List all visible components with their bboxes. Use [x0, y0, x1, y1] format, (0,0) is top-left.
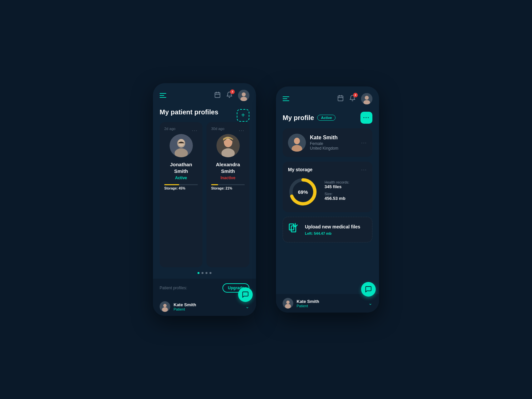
upload-title: Upload new medical files [305, 224, 367, 230]
storage-label-jonathan: Storage: 45% [164, 187, 198, 190]
storage-label-alexandra: Storage: 21% [211, 187, 245, 190]
upload-left: Left: 544.47 mb [305, 231, 367, 235]
card-avatar-jonathan [170, 134, 193, 157]
profile-more-btn[interactable]: ··· [361, 140, 367, 145]
bottom-name-left: Kate Smith [174, 302, 196, 307]
profile-name: Kate Smith [310, 135, 357, 141]
health-records-value: 345 files [325, 184, 367, 189]
patient-cards-row: 2d ago ··· Jonathan Smith Active [160, 122, 249, 267]
svg-point-16 [162, 307, 168, 312]
active-badge: Active [317, 115, 335, 121]
storage-header: My storage ··· [288, 167, 367, 172]
patient-profiles-label: Patient profiles: [160, 286, 187, 290]
upload-icon [288, 222, 300, 237]
right-header: 2 [283, 93, 372, 104]
health-records-stat: Health records: 345 files [325, 180, 367, 189]
bottom-user-info-left: Kate Smith Patient [160, 301, 196, 312]
svg-point-25 [294, 138, 300, 144]
storage-donut: 69% [288, 177, 318, 207]
storage-body: 69% Health records: 345 files Size: 456.… [288, 177, 367, 207]
notification-badge-right: 2 [353, 93, 358, 97]
chevron-down-icon-left[interactable]: ⌄ [245, 304, 249, 309]
card-more-jonathan[interactable]: ··· [192, 128, 198, 133]
bottom-role-left: Patient [174, 307, 196, 311]
card-name-jonathan: Jonathan Smith [164, 161, 198, 174]
svg-point-22 [365, 96, 369, 100]
upload-info: Upload new medical files Left: 544.47 mb [305, 224, 367, 235]
card-avatar-alexandra [216, 134, 240, 157]
dot-1[interactable] [198, 272, 200, 274]
patient-card-alexandra: 30d ago ··· Alexandra Smith Inacti [206, 122, 249, 267]
section-title: My profile [283, 114, 314, 122]
calendar-icon[interactable] [214, 91, 221, 100]
storage-stats: Health records: 345 files Size: 456.53 m… [325, 180, 367, 203]
bell-icon[interactable]: 2 [226, 91, 233, 100]
fab-chat-right[interactable] [361, 282, 376, 297]
section-title-row: My profile Active ··· [283, 112, 372, 124]
page-title-row: My patient profiles + [160, 108, 249, 122]
storage-more-btn[interactable]: ··· [361, 167, 367, 172]
profile-info: Kate Smith Female United Kingdom [310, 135, 357, 151]
patient-card-jonathan: 2d ago ··· Jonathan Smith Active [160, 122, 202, 267]
svg-point-32 [286, 301, 290, 304]
card-more-alexandra[interactable]: ··· [239, 128, 245, 133]
user-avatar[interactable] [238, 90, 249, 101]
svg-point-5 [242, 92, 246, 96]
storage-percentage: 69% [298, 189, 308, 195]
size-label: Size: [325, 192, 367, 196]
scene: 2 My patient profiles + [153, 83, 379, 316]
left-header: 2 [160, 90, 249, 101]
storage-title: My storage [288, 167, 313, 172]
bottom-user-bar-right: Kate Smith Patient ⌄ [276, 294, 379, 313]
bottom-user-text-left: Kate Smith Patient [174, 302, 196, 311]
card-status-alexandra: Inactive [211, 176, 245, 180]
profile-gender: Female [310, 141, 357, 146]
add-profile-button[interactable]: + [237, 109, 249, 122]
svg-point-15 [163, 304, 167, 307]
bottom-avatar-right [283, 298, 293, 309]
card-status-jonathan: Active [164, 176, 198, 180]
size-stat: Size: 456.53 mb [325, 192, 367, 201]
card-time-jonathan: 2d ago [164, 127, 176, 131]
bottom-user-text-right: Kate Smith Patient [297, 299, 319, 308]
bottom-role-right: Patient [297, 304, 319, 308]
card-time-alexandra: 30d ago [211, 127, 224, 131]
health-records-label: Health records: [325, 180, 367, 184]
svg-point-33 [285, 304, 291, 309]
chevron-down-icon-right[interactable]: ⌄ [368, 301, 372, 306]
right-phone: 2 My profile Active [276, 86, 379, 313]
header-icons-right: 2 [337, 93, 372, 104]
bell-icon-right[interactable]: 2 [349, 95, 356, 103]
storage-card: My storage ··· 69% [283, 162, 372, 212]
more-menu-button[interactable]: ··· [360, 112, 372, 124]
profile-country: United Kingdom [310, 146, 357, 151]
card-name-alexandra: Alexandra Smith [211, 161, 245, 174]
calendar-icon-right[interactable] [337, 95, 344, 103]
header-icons: 2 [214, 90, 249, 101]
fab-chat-left[interactable] [238, 287, 253, 302]
profile-card: Kate Smith Female United Kingdom ··· [283, 128, 372, 157]
profile-avatar [288, 134, 306, 152]
left-phone: 2 My patient profiles + [153, 83, 256, 316]
dot-4[interactable] [209, 272, 211, 274]
bottom-name-right: Kate Smith [297, 299, 319, 304]
storage-bar-jonathan: Storage: 45% [164, 184, 198, 190]
dot-3[interactable] [205, 272, 207, 274]
notification-badge: 2 [230, 89, 235, 94]
hamburger-menu[interactable] [160, 93, 166, 98]
storage-bar-alexandra: Storage: 21% [211, 184, 245, 190]
svg-rect-17 [338, 96, 343, 101]
size-value: 456.53 mb [325, 196, 367, 201]
user-avatar-right[interactable] [361, 93, 372, 104]
dot-2[interactable] [201, 272, 203, 274]
bottom-avatar-left [160, 301, 170, 312]
svg-rect-0 [215, 92, 220, 97]
page-title: My patient profiles [160, 108, 218, 116]
hamburger-menu-right[interactable] [283, 96, 289, 101]
bottom-user-info-right: Kate Smith Patient [283, 298, 319, 309]
carousel-dots [160, 267, 249, 279]
upload-card[interactable]: Upload new medical files Left: 544.47 mb [283, 217, 372, 242]
